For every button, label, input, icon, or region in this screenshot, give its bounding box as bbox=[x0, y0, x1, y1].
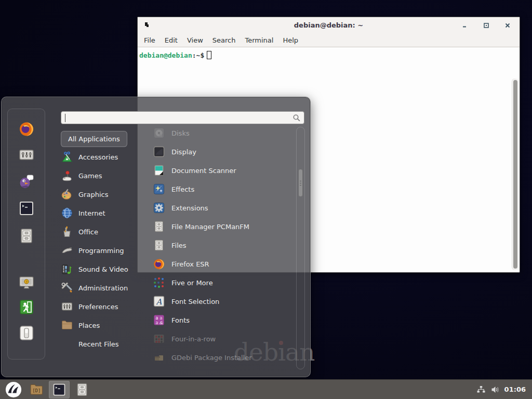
sidebar-settings-panel-button[interactable] bbox=[18, 147, 35, 163]
five-or-more-icon bbox=[153, 276, 165, 289]
app-gdebi-package-installer[interactable]: GDebi Package Installer bbox=[149, 348, 296, 367]
app-fonts[interactable]: aaa&Fonts bbox=[149, 311, 296, 329]
close-button[interactable] bbox=[504, 22, 511, 29]
category-accessories[interactable]: Accessories bbox=[61, 148, 148, 166]
app-document-scanner[interactable]: Document Scanner bbox=[149, 161, 296, 180]
category-programming[interactable]: Programming bbox=[61, 241, 148, 260]
sidebar-power-switch-button[interactable] bbox=[18, 325, 35, 341]
sidebar-firefox-button[interactable] bbox=[18, 121, 35, 137]
app-label: Disks bbox=[171, 129, 190, 137]
taskbar: [D] 01:06 bbox=[0, 379, 532, 399]
search-icon bbox=[292, 114, 301, 122]
sidebar-pidgin-button[interactable] bbox=[18, 173, 35, 190]
terminal-titlebar[interactable]: debian@debian: ~ bbox=[138, 17, 520, 33]
app-font-selection[interactable]: AFont Selection bbox=[149, 292, 296, 311]
category-places[interactable]: Places bbox=[61, 316, 148, 335]
volume-icon bbox=[490, 385, 500, 394]
places-icon bbox=[61, 319, 73, 331]
sidebar-file-cabinet-button[interactable] bbox=[18, 228, 35, 244]
app-extensions[interactable]: Extensions bbox=[149, 198, 296, 217]
terminal-menu-terminal[interactable]: Terminal bbox=[240, 36, 278, 44]
sound-video-icon bbox=[61, 263, 73, 275]
category-label: Administration bbox=[78, 284, 128, 292]
lock-screen-icon: ? bbox=[18, 274, 35, 291]
tray-volume-button[interactable] bbox=[490, 385, 500, 394]
accessories-icon bbox=[61, 151, 73, 163]
category-label: Office bbox=[78, 228, 98, 236]
category-icon-spacer bbox=[61, 338, 73, 350]
app-label: Document Scanner bbox=[171, 167, 236, 175]
firefox-icon bbox=[153, 258, 165, 270]
terminal-window-button[interactable] bbox=[49, 381, 70, 398]
app-label: Four-in-a-row bbox=[171, 335, 216, 343]
svg-text:&: & bbox=[159, 321, 163, 325]
network-icon bbox=[476, 385, 486, 394]
file-cabinet-icon bbox=[153, 220, 165, 233]
app-label: Five or More bbox=[171, 279, 213, 287]
category-label: Places bbox=[78, 322, 100, 329]
app-display[interactable]: Display bbox=[149, 142, 296, 161]
terminal-menu-search[interactable]: Search bbox=[208, 36, 241, 44]
prompt-suffix: :~$ bbox=[192, 51, 204, 59]
applications-menu: ? All ApplicationsAccessoriesGamesGraphi… bbox=[1, 97, 311, 377]
app-files[interactable]: Files bbox=[149, 236, 296, 255]
terminal-scrollbar[interactable] bbox=[512, 78, 518, 270]
app-effects[interactable]: Effects bbox=[149, 180, 296, 198]
terminal-scrollbar-thumb[interactable] bbox=[513, 80, 517, 269]
clock[interactable]: 01:06 bbox=[504, 385, 526, 393]
file-cabinet-icon bbox=[75, 382, 89, 397]
app-disks[interactable]: Disks bbox=[149, 124, 296, 142]
terminal-menu-file[interactable]: File bbox=[139, 36, 160, 44]
svg-text:A: A bbox=[156, 297, 163, 307]
category-label: Sound & Video bbox=[78, 265, 128, 273]
preferences-icon bbox=[61, 300, 73, 313]
app-label: Effects bbox=[171, 185, 194, 193]
app-file-manager-pcmanfm[interactable]: File Manager PCManFM bbox=[149, 217, 296, 236]
application-list-scrollbar-thumb[interactable] bbox=[298, 169, 303, 197]
app-label: Extensions bbox=[171, 204, 208, 212]
terminal-icon bbox=[52, 382, 66, 397]
minimize-button[interactable] bbox=[461, 22, 469, 29]
terminal-icon bbox=[18, 200, 35, 217]
extensions-icon bbox=[153, 202, 165, 214]
selected-category-pill[interactable]: All Applications bbox=[61, 131, 127, 147]
category-graphics[interactable]: Graphics bbox=[61, 185, 148, 204]
menu-category-list: All ApplicationsAccessoriesGamesGraphics… bbox=[61, 130, 148, 353]
category-sound-video[interactable]: Sound & Video bbox=[61, 260, 148, 278]
application-list-scrollbar[interactable] bbox=[296, 127, 305, 369]
tray-network-button[interactable] bbox=[476, 385, 486, 394]
category-internet[interactable]: Internet bbox=[61, 204, 148, 222]
folder-d-icon: [D] bbox=[29, 382, 44, 397]
sidebar-log-out-button[interactable] bbox=[18, 299, 35, 315]
shell-prompt: debian@debian:~$ bbox=[139, 51, 211, 59]
gdebi-icon bbox=[153, 351, 165, 364]
applications-menu-button[interactable] bbox=[3, 381, 24, 398]
svg-text:a: a bbox=[156, 316, 158, 321]
category-label: Programming bbox=[78, 247, 124, 255]
app-five-or-more[interactable]: Five or More bbox=[149, 273, 296, 292]
sidebar-terminal-button[interactable] bbox=[18, 200, 35, 217]
terminal-menu-help[interactable]: Help bbox=[278, 36, 303, 44]
sidebar-lock-screen-button[interactable]: ? bbox=[18, 274, 35, 291]
category-office[interactable]: Office bbox=[61, 222, 148, 241]
terminal-menu-edit[interactable]: Edit bbox=[160, 36, 182, 44]
app-four-in-a-row[interactable]: Four-in-a-row bbox=[149, 329, 296, 348]
menu-search-box[interactable] bbox=[61, 111, 304, 124]
distro-menu-icon bbox=[5, 381, 22, 398]
desktop-folder-launcher[interactable]: [D] bbox=[26, 381, 47, 398]
category-recent-files[interactable]: Recent Files bbox=[61, 335, 148, 353]
terminal-menu-view[interactable]: View bbox=[182, 36, 208, 44]
category-label: Accessories bbox=[78, 153, 118, 161]
app-label: GDebi Package Installer bbox=[171, 354, 252, 362]
category-all-applications[interactable]: All Applications bbox=[61, 130, 148, 148]
terminal-menubar: FileEditViewSearchTerminalHelp bbox=[138, 33, 520, 47]
file-manager-launcher[interactable] bbox=[72, 381, 92, 398]
category-games[interactable]: Games bbox=[61, 166, 148, 185]
search-input[interactable] bbox=[64, 113, 288, 123]
app-firefox-esr[interactable]: Firefox ESR bbox=[149, 255, 296, 273]
category-preferences[interactable]: Preferences bbox=[61, 297, 148, 316]
category-administration[interactable]: Administration bbox=[61, 278, 148, 297]
app-label: Font Selection bbox=[171, 298, 219, 305]
maximize-button[interactable] bbox=[483, 22, 490, 29]
svg-text:[D]: [D] bbox=[32, 388, 41, 393]
